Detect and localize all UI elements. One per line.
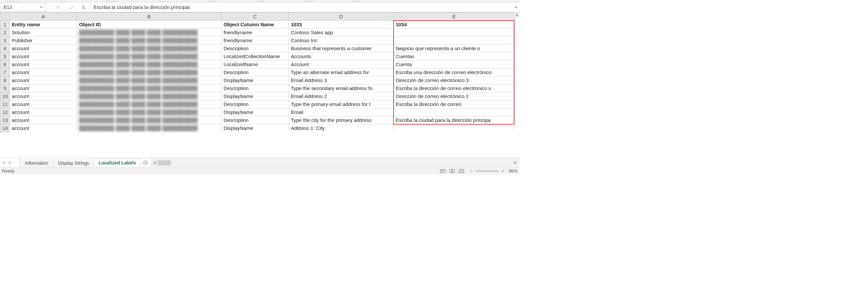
cell[interactable]: LocalizedCollectionName <box>221 52 289 61</box>
cell[interactable]: Negocio que representa a un cliente o <box>394 44 515 52</box>
cell[interactable]: Contoso Sales app <box>289 29 394 37</box>
cell[interactable]: Email Address 3 <box>289 76 394 84</box>
row-header[interactable]: 1 <box>0 21 10 29</box>
formula-bar-expand-icon[interactable] <box>513 2 519 12</box>
horizontal-scrollbar[interactable] <box>152 160 518 166</box>
cell[interactable]: DisplayName <box>221 124 289 132</box>
cell[interactable]: account <box>10 100 77 108</box>
row-header[interactable]: 12 <box>0 108 10 116</box>
cell[interactable]: Publisher <box>10 37 77 44</box>
cell[interactable]: ██████████ ████ ████ ████ ██████████ <box>77 76 221 84</box>
zoom-in-icon[interactable]: + <box>500 169 505 174</box>
col-header-d[interactable]: D <box>289 13 394 21</box>
cell[interactable]: ██████████ ████ ████ ████ ██████████ <box>77 84 221 93</box>
cell[interactable]: account <box>10 124 77 132</box>
cell[interactable]: Description <box>221 68 289 76</box>
cell[interactable]: 1034 <box>394 21 515 29</box>
cell[interactable]: ██████████ ████ ████ ████ ██████████ <box>77 44 221 52</box>
cell[interactable]: ██████████ ████ ████ ████ ██████████ <box>77 37 221 44</box>
cell[interactable]: account <box>10 52 77 61</box>
cell[interactable]: Solution <box>10 29 77 37</box>
tab-prev-icon[interactable] <box>3 161 6 164</box>
cell[interactable]: Dirección de correo electrónico 3 <box>394 76 515 84</box>
cell[interactable]: Cuentas <box>394 52 515 61</box>
cell[interactable]: Entity name <box>10 21 77 29</box>
row-header[interactable]: 11 <box>0 100 10 108</box>
scroll-left-icon[interactable] <box>152 160 157 166</box>
row-header[interactable]: 14 <box>0 124 10 132</box>
cell[interactable]: ██████████ ████ ████ ████ ██████████ <box>77 61 221 68</box>
cell[interactable]: Dirección de correo electrónico 2 <box>394 93 515 100</box>
tab-next-icon[interactable] <box>8 161 11 164</box>
cell[interactable]: Contoso Inc <box>289 37 394 44</box>
cell[interactable]: friendlyname <box>221 29 289 37</box>
cell[interactable]: Object Column Name <box>221 21 289 29</box>
row-header[interactable]: 10 <box>0 93 10 100</box>
cell[interactable]: account <box>10 84 77 93</box>
row-header[interactable]: 9 <box>0 84 10 93</box>
enter-icon[interactable] <box>65 2 78 12</box>
cell[interactable] <box>394 37 515 44</box>
cell[interactable]: ██████████ ████ ████ ████ ██████████ <box>77 100 221 108</box>
view-page-layout-icon[interactable] <box>447 168 457 174</box>
col-header-b[interactable]: B <box>77 13 221 21</box>
col-header-c[interactable]: C <box>221 13 289 21</box>
cell[interactable]: ██████████ ████ ████ ████ ██████████ <box>77 93 221 100</box>
row-header[interactable]: 3 <box>0 37 10 44</box>
cell[interactable]: 1033 <box>289 21 394 29</box>
cell[interactable]: ██████████ ████ ████ ████ ██████████ <box>77 68 221 76</box>
cell[interactable]: Type an alternate email address for <box>289 68 394 76</box>
view-page-break-icon[interactable] <box>457 168 466 174</box>
row-header[interactable]: 6 <box>0 61 10 68</box>
cell[interactable]: Type the secondary email address fo <box>289 84 394 93</box>
cell[interactable] <box>394 29 515 37</box>
cell[interactable]: ██████████ ████ ████ ████ ██████████ <box>77 124 221 132</box>
cell[interactable]: Escriba la ciudad para la dirección prin… <box>394 116 515 124</box>
cell[interactable]: friendlyname <box>221 37 289 44</box>
cell[interactable]: Description <box>221 44 289 52</box>
chevron-down-icon[interactable] <box>39 5 43 10</box>
cell[interactable]: Email Address 2 <box>289 93 394 100</box>
cell[interactable]: DisplayName <box>221 76 289 84</box>
cell[interactable]: account <box>10 76 77 84</box>
cell[interactable]: ██████████ ████ ████ ████ ██████████ <box>77 52 221 61</box>
cell[interactable]: Type the primary email address for t <box>289 100 394 108</box>
cell[interactable]: DisplayName <box>221 93 289 100</box>
cell[interactable]: Email <box>289 108 394 116</box>
spreadsheet-grid[interactable]: A B C D E 1Entity nameObject IDObject Co… <box>0 12 515 132</box>
scroll-right-icon[interactable] <box>513 160 518 166</box>
cell[interactable]: account <box>10 44 77 52</box>
cancel-icon[interactable] <box>51 2 65 12</box>
cell[interactable]: DisplayName <box>221 108 289 116</box>
tab-information[interactable]: Information <box>20 159 53 167</box>
cell[interactable]: Escriba la dirección de correo <box>394 100 515 108</box>
fx-icon[interactable]: fx <box>78 2 90 12</box>
cell[interactable]: Object ID <box>77 21 221 29</box>
cell[interactable]: Cuenta <box>394 61 515 68</box>
row-header[interactable]: 13 <box>0 116 10 124</box>
tab-display-strings[interactable]: Display Strings <box>53 159 94 167</box>
cell[interactable]: Business that represents a customer <box>289 44 394 52</box>
cell[interactable]: account <box>10 116 77 124</box>
scroll-up-icon[interactable] <box>514 12 519 17</box>
cell[interactable]: Description <box>221 84 289 93</box>
cell[interactable]: account <box>10 108 77 116</box>
cell[interactable]: Address 1: City <box>289 124 394 132</box>
cell[interactable]: account <box>10 68 77 76</box>
col-header-e[interactable]: E <box>394 13 515 21</box>
scrollbar-thumb[interactable] <box>157 160 171 166</box>
cell[interactable]: Escriba una dirección de correo electrón… <box>394 68 515 76</box>
zoom-slider[interactable] <box>475 171 499 172</box>
cell[interactable]: Escriba la dirección de correo electróni… <box>394 84 515 93</box>
cell[interactable]: ██████████ ████ ████ ████ ██████████ <box>77 108 221 116</box>
cell[interactable]: LocalizedName <box>221 61 289 68</box>
tab-localized-labels[interactable]: Localized Labels <box>94 158 141 167</box>
add-sheet-button[interactable] <box>141 158 151 167</box>
tab-nav[interactable] <box>0 158 20 167</box>
cell[interactable]: account <box>10 93 77 100</box>
select-all-corner[interactable] <box>0 13 10 21</box>
col-header-a[interactable]: A <box>10 13 77 21</box>
cell[interactable]: Accounts <box>289 52 394 61</box>
cell[interactable]: ██████████ ████ ████ ████ ██████████ <box>77 29 221 37</box>
cell[interactable]: Account <box>289 61 394 68</box>
